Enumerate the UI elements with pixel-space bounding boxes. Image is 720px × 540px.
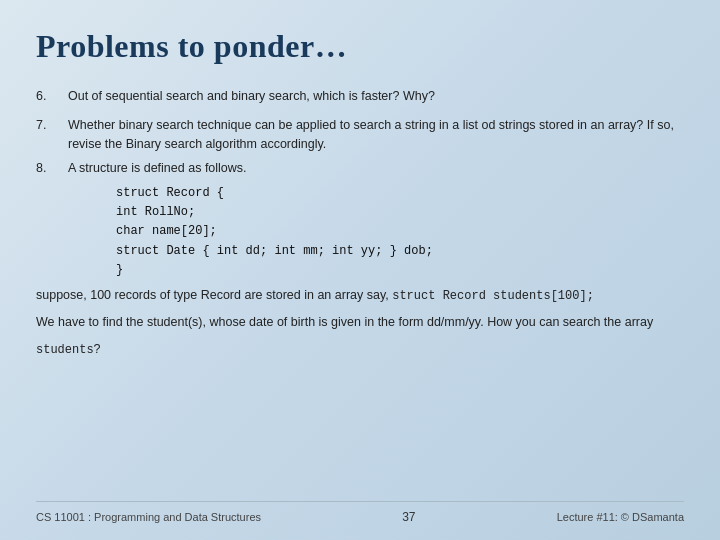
- code-line-2: int RollNo;: [116, 203, 684, 222]
- slide-title: Problems to ponder…: [36, 28, 684, 65]
- para2: students?: [36, 340, 684, 359]
- code-line-4: struct Date { int dd; int mm; int yy; } …: [116, 242, 684, 261]
- footer-right: Lecture #11: © DSamanta: [557, 511, 684, 523]
- code-line-1: struct Record {: [116, 184, 684, 203]
- suppose-code: struct Record students[100];: [392, 289, 594, 303]
- list-item-8: 8. A structure is defined as follows.: [36, 159, 684, 178]
- para1: We have to find the student(s), whose da…: [36, 313, 684, 332]
- list-item-6: 6. Out of sequential search and binary s…: [36, 87, 684, 106]
- item-text-7: Whether binary search technique can be a…: [68, 116, 684, 154]
- code-line-5: }: [116, 261, 684, 280]
- slide-content: 6. Out of sequential search and binary s…: [36, 87, 684, 359]
- slide: Problems to ponder… 6. Out of sequential…: [0, 0, 720, 540]
- para2-end: ?: [94, 342, 101, 356]
- item-text-8: A structure is defined as follows.: [68, 159, 684, 178]
- item-number-8: 8.: [36, 159, 64, 178]
- code-line-3: char name[20];: [116, 222, 684, 241]
- code-block: struct Record { int RollNo; char name[20…: [116, 184, 684, 280]
- para2-code: students: [36, 343, 94, 357]
- para1-text: We have to find the student(s), whose da…: [36, 315, 653, 329]
- suppose-text: suppose, 100 records of type Record are …: [36, 288, 389, 302]
- suppose-paragraph: suppose, 100 records of type Record are …: [36, 286, 684, 305]
- slide-footer: CS 11001 : Programming and Data Structur…: [36, 501, 684, 524]
- footer-left: CS 11001 : Programming and Data Structur…: [36, 511, 261, 523]
- item-number-6: 6.: [36, 87, 64, 106]
- item-number-7: 7.: [36, 116, 64, 135]
- item-text-6: Out of sequential search and binary sear…: [68, 87, 684, 106]
- footer-page-number: 37: [402, 510, 415, 524]
- list-item-7: 7. Whether binary search technique can b…: [36, 116, 684, 154]
